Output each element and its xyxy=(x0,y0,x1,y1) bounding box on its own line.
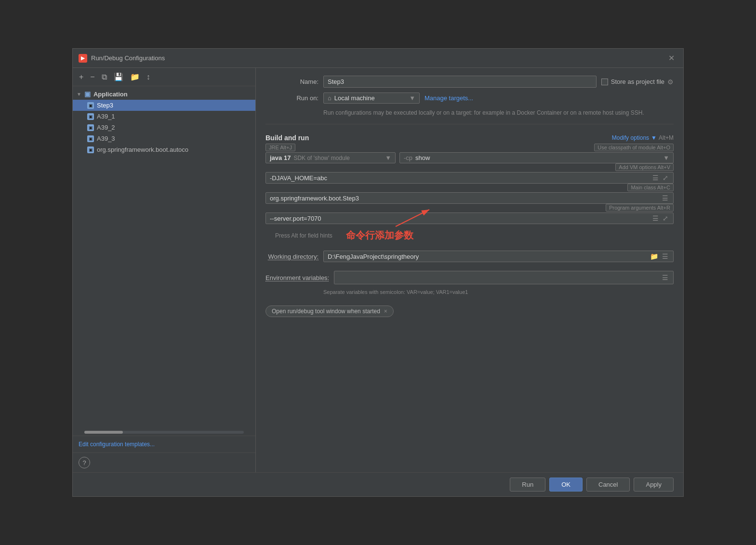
tag-chip-row: Open run/debug tool window when started … xyxy=(265,306,674,317)
tree-group-label: Application xyxy=(93,91,128,98)
arrow-annotation-row: Press Alt for field hints 命令行添加参数 xyxy=(265,229,674,242)
title-bar-left: ▶ Run/Debug Configurations xyxy=(79,54,165,63)
add-config-button[interactable]: + xyxy=(77,71,86,83)
vm-options-field: ☰ ⤢ xyxy=(265,172,674,184)
env-vars-label: Environment variables: xyxy=(265,274,329,281)
sort-config-button[interactable]: ↕ xyxy=(144,71,153,83)
working-dir-folder-icon[interactable]: 📁 xyxy=(649,253,659,260)
run-on-dropdown[interactable]: ⌂ Local machine ▼ xyxy=(323,93,420,104)
left-bottom: ? xyxy=(73,452,255,472)
cp-prefix: -cp xyxy=(404,154,412,161)
tree-item-a392[interactable]: ▣ A39_2 xyxy=(73,122,255,133)
use-classpath-hint-label: Use classpath of module Alt+O xyxy=(594,144,674,151)
right-panel: Name: Store as project file ⚙ Run on: ⌂ … xyxy=(256,68,683,472)
name-input[interactable] xyxy=(323,76,597,88)
env-vars-list-icon[interactable]: ☰ xyxy=(661,274,669,281)
store-project-file-checkbox[interactable] xyxy=(601,79,608,85)
main-class-row: Main class Alt+C ☰ xyxy=(265,192,674,204)
add-vm-hint-label: Add VM options Alt+V xyxy=(615,163,674,171)
tree-group-application[interactable]: ▼ ▣ Application xyxy=(73,88,255,100)
working-dir-label: Working directory: xyxy=(265,253,318,260)
tag-chip-close-button[interactable]: × xyxy=(384,308,387,315)
jre-dropdown-arrow-icon: ▼ xyxy=(385,154,391,161)
left-panel: + − ⧉ 💾 📁 ↕ ▼ ▣ Application ▣ Step3 xyxy=(73,68,256,472)
tree-item-springframework[interactable]: ▣ org.springframework.boot.autoco xyxy=(73,144,255,155)
chevron-down-icon: ▼ xyxy=(77,92,81,97)
chinese-annotation-label: 命令行添加参数 xyxy=(346,229,413,242)
env-vars-row: Environment variables: ☰ xyxy=(265,271,674,284)
program-args-input[interactable] xyxy=(270,215,650,222)
store-project-file-label: Store as project file xyxy=(611,78,664,85)
program-args-list-icon[interactable]: ☰ xyxy=(651,214,660,222)
main-class-input[interactable] xyxy=(270,195,659,202)
tree-item-label: A39_2 xyxy=(97,124,115,131)
title-bar: ▶ Run/Debug Configurations ✕ xyxy=(73,49,683,68)
scrollbar xyxy=(84,431,244,434)
config-file-icon: ▣ xyxy=(87,135,94,142)
config-file-icon: ▣ xyxy=(87,102,94,109)
run-on-row: Run on: ⌂ Local machine ▼ Manage targets… xyxy=(265,93,674,104)
folder-config-button[interactable]: 📁 xyxy=(128,71,142,83)
tree-item-label: A39_3 xyxy=(97,135,115,142)
main-class-list-icon[interactable]: ☰ xyxy=(661,194,669,202)
save-config-button[interactable]: 💾 xyxy=(111,71,126,83)
main-class-field: ☰ xyxy=(265,192,674,204)
home-icon: ⌂ xyxy=(328,94,332,102)
gear-icon[interactable]: ⚙ xyxy=(667,78,674,86)
tree-item-step3[interactable]: ▣ Step3 xyxy=(73,100,255,111)
modify-options-button[interactable]: Modify options ▼ Alt+M xyxy=(612,134,674,141)
copy-config-button[interactable]: ⧉ xyxy=(99,71,109,83)
working-dir-row: Working directory: D:\FengJavaProject\sp… xyxy=(265,251,674,262)
separate-vars-text: Separate variables with semicolon: VAR=v… xyxy=(323,289,674,295)
apply-button[interactable]: Apply xyxy=(634,478,674,492)
tree-item-label: org.springframework.boot.autoco xyxy=(97,146,188,153)
dropdown-arrow-icon: ▼ xyxy=(409,94,415,102)
build-run-title: Build and run xyxy=(265,134,309,142)
vm-options-expand-icon[interactable]: ⤢ xyxy=(662,174,669,182)
program-args-hint-label: Program arguments Alt+R xyxy=(606,204,674,212)
ok-button[interactable]: OK xyxy=(549,478,583,492)
chevron-down-icon: ▼ xyxy=(651,134,657,141)
press-alt-text: Press Alt for field hints xyxy=(275,232,332,239)
config-tree: ▼ ▣ Application ▣ Step3 ▣ A39_1 ▣ A39_2 xyxy=(73,86,255,429)
cp-dropdown[interactable]: -cp show ▼ xyxy=(399,152,674,163)
vm-options-row: Add VM options Alt+V ☰ ⤢ xyxy=(265,172,674,184)
name-label: Name: xyxy=(265,78,318,85)
folder-icon: ▣ xyxy=(84,90,91,98)
run-tool-window-chip: Open run/debug tool window when started … xyxy=(265,306,394,317)
left-toolbar: + − ⧉ 💾 📁 ↕ xyxy=(73,68,255,86)
run-button[interactable]: Run xyxy=(510,478,545,492)
program-args-expand-icon[interactable]: ⤢ xyxy=(662,214,669,222)
close-button[interactable]: ✕ xyxy=(665,53,677,64)
tree-item-label: Step3 xyxy=(97,102,113,109)
main-content: + − ⧉ 💾 📁 ↕ ▼ ▣ Application ▣ Step3 xyxy=(73,68,683,472)
config-file-icon: ▣ xyxy=(87,146,94,153)
main-class-hint-label: Main class Alt+C xyxy=(627,184,674,191)
edit-templates-link[interactable]: Edit configuration templates... xyxy=(73,436,255,452)
program-args-row: Program arguments Alt+R ☰ ⤢ xyxy=(265,213,674,224)
jre-value: java 17 xyxy=(270,154,291,161)
build-run-header: Build and run Modify options ▼ Alt+M xyxy=(265,134,674,142)
store-checkbox-area: Store as project file ⚙ xyxy=(601,78,674,86)
cp-value: show xyxy=(415,154,430,161)
jre-dropdown[interactable]: java 17 SDK of 'show' module ▼ xyxy=(265,152,396,163)
working-dir-list-icon[interactable]: ☰ xyxy=(661,253,669,260)
working-dir-value: D:\FengJavaProject\springtheory xyxy=(328,253,419,260)
cancel-button[interactable]: Cancel xyxy=(586,478,630,492)
run-on-value: Local machine xyxy=(334,94,375,102)
run-debug-dialog: ▶ Run/Debug Configurations ✕ + − ⧉ 💾 📁 ↕… xyxy=(72,48,684,497)
vm-options-input[interactable] xyxy=(270,174,650,182)
config-file-icon: ▣ xyxy=(87,124,94,131)
tree-item-a391[interactable]: ▣ A39_1 xyxy=(73,111,255,122)
dialog-title: Run/Debug Configurations xyxy=(91,54,165,62)
app-icon: ▶ xyxy=(79,54,87,63)
tree-item-label: A39_1 xyxy=(97,113,115,120)
program-args-field: ☰ ⤢ xyxy=(265,213,674,224)
run-on-info-text: Run configurations may be executed local… xyxy=(323,108,674,117)
remove-config-button[interactable]: − xyxy=(88,71,97,83)
tree-item-a393[interactable]: ▣ A39_3 xyxy=(73,133,255,144)
help-button[interactable]: ? xyxy=(79,457,90,468)
manage-targets-link[interactable]: Manage targets... xyxy=(424,94,473,102)
vm-options-list-icon[interactable]: ☰ xyxy=(651,174,660,182)
config-file-icon: ▣ xyxy=(87,113,94,120)
